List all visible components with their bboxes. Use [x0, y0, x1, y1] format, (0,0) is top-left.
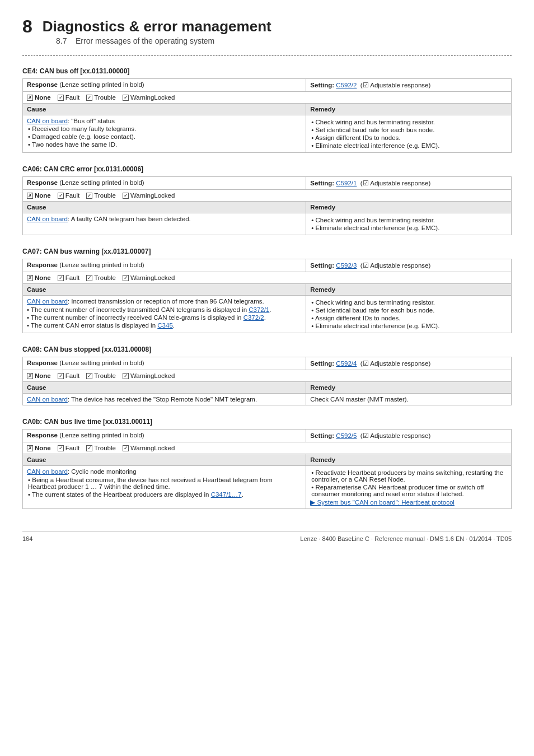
checkbox-fault-ca07: Fault	[58, 274, 80, 281]
cause-list-ce4: Received too many faulty telegrams. Dama…	[28, 125, 302, 148]
error-ca0b: CA0b: CAN bus live time [xx.0131.00011] …	[22, 418, 512, 509]
checkbox-wl-label: WarningLocked	[130, 94, 175, 101]
remedy-col-header-ca08: Remedy	[306, 382, 512, 394]
error-ca0b-title: CA0b: CAN bus live time [xx.0131.00011]	[22, 418, 512, 426]
setting-link-ca07[interactable]: C592/3	[336, 262, 357, 269]
cause-col-header-ca0b: Cause	[23, 454, 306, 466]
remedy-list-ca07: Check wiring and bus terminating resisto…	[311, 299, 507, 329]
c345-link[interactable]: C345	[157, 322, 173, 329]
cause-cell-ca08: CAN on board: The device has received th…	[23, 394, 306, 405]
error-ca07-table: Response (Lenze setting printed in bold)…	[22, 259, 512, 333]
can-on-board-link-ca07[interactable]: CAN on board	[27, 298, 68, 305]
table-row: Cause Remedy	[23, 454, 512, 466]
checkbox-trouble-ca07: Trouble	[86, 274, 116, 281]
setting-link-ca0b[interactable]: C592/5	[336, 432, 357, 439]
checkbox-trouble-box	[86, 95, 92, 101]
table-row: CAN on board: "Bus off" status Received …	[23, 115, 512, 153]
cause-list-ca0b: Being a Heartbeat consumer, the device h…	[28, 477, 302, 498]
checkbox-wl-label-ca08: WarningLocked	[130, 372, 175, 379]
system-bus-link[interactable]: System bus "CAN on board": Heartbeat pro…	[310, 499, 455, 506]
error-ce4-table: Response (Lenze setting printed in bold)…	[22, 78, 512, 153]
checkbox-fault: Fault	[58, 94, 80, 101]
checkbox-none-box-ca0b	[27, 445, 33, 451]
header: 8 Diagnostics & error management 8.7 Err…	[22, 17, 512, 45]
remedy-col-header: Remedy	[306, 104, 512, 115]
checkbox-fault-label-ca07: Fault	[65, 274, 80, 281]
cause-cell-ce4: CAN on board: "Bus off" status Received …	[23, 115, 306, 153]
checkbox-fault-box-ca08	[58, 373, 64, 379]
response-header-ca0b: Response (Lenze setting printed in bold)	[23, 430, 306, 442]
error-ca07-title: CA07: CAN bus warning [xx.0131.00007]	[22, 248, 512, 255]
checkbox-none-ca06: None	[27, 192, 51, 199]
error-ca06: CA06: CAN CRC error [xx.0131.00006] Resp…	[22, 165, 512, 235]
response-header-ca06: Response (Lenze setting printed in bold)	[23, 177, 306, 190]
checkbox-none-ca08: None	[27, 372, 51, 379]
cause-col-header-ca06: Cause	[23, 202, 306, 213]
checkbox-trouble-box-ca07	[86, 275, 92, 281]
table-row: CAN on board: Incorrect transmission or …	[23, 296, 512, 333]
checkbox-fault-box-ca07	[58, 275, 64, 281]
checkbox-trouble-label-ca07: Trouble	[94, 274, 116, 281]
checkbox-none-label: None	[35, 94, 51, 101]
cause-cell-ca06: CAN on board: A faulty CAN telegram has …	[23, 213, 306, 235]
checkbox-none-box-ca07	[27, 275, 33, 281]
can-on-board-link-ca0b[interactable]: CAN on board	[27, 468, 68, 475]
checkbox-fault-label-ca06: Fault	[65, 192, 80, 199]
checkbox-trouble-ca06: Trouble	[86, 192, 116, 199]
checkbox-none: None	[27, 94, 51, 101]
c372-2-link[interactable]: C372/2	[243, 314, 264, 321]
checkbox-none-label-ca08: None	[35, 372, 51, 379]
setting-header-ca0b: Setting: C592/5 (☑ Adjustable response)	[306, 430, 512, 442]
table-row: CAN on board: A faulty CAN telegram has …	[23, 213, 512, 235]
checkbox-wl-label-ca07: WarningLocked	[130, 274, 175, 281]
checkbox-none-box	[27, 95, 33, 101]
setting-header-ca08: Setting: C592/4 (☑ Adjustable response)	[306, 357, 512, 370]
checkboxes-row-ce4: None Fault Trouble WarningLocked	[23, 92, 512, 104]
error-ca08-title: CA08: CAN bus stopped [xx.0131.00008]	[22, 346, 512, 353]
table-row: Response (Lenze setting printed in bold)…	[23, 177, 512, 190]
checkbox-fault-ca08: Fault	[58, 372, 80, 379]
checkbox-trouble-ca0b: Trouble	[86, 445, 116, 451]
table-row: CAN on board: The device has received th…	[23, 394, 512, 405]
checkbox-wl-box-ca07	[123, 275, 129, 281]
remedy-list-ca0b: Reactivate Heartbeat producers by mains …	[311, 469, 507, 497]
can-on-board-link-ca06[interactable]: CAN on board	[27, 216, 68, 222]
c347-link[interactable]: C347/1…7	[211, 491, 242, 498]
table-row: Response (Lenze setting printed in bold)…	[23, 430, 512, 442]
checkbox-fault-box-ca06	[58, 193, 64, 199]
cause-col-header-ca07: Cause	[23, 284, 306, 296]
table-row: None Fault Trouble WarningLocked	[23, 272, 512, 284]
page-number: 164	[22, 535, 32, 542]
setting-link-ca06[interactable]: C592/1	[336, 180, 357, 186]
can-on-board-link-ca08[interactable]: CAN on board	[27, 396, 68, 403]
table-row: None Fault Trouble WarningLocked	[23, 370, 512, 382]
checkbox-trouble-box-ca08	[86, 373, 92, 379]
checkbox-trouble-box-ca06	[86, 193, 92, 199]
checkbox-wl-box-ca06	[123, 193, 129, 199]
table-row: None Fault Trouble WarningLocked	[23, 442, 512, 454]
setting-link-ca08[interactable]: C592/4	[336, 360, 357, 367]
remedy-list-ce4: Check wiring and bus terminating resisto…	[311, 119, 507, 149]
checkboxes-row-ca08: None Fault Trouble WarningLocked	[23, 370, 512, 382]
checkbox-wl-box	[123, 95, 129, 101]
checkbox-none-label-ca06: None	[35, 192, 51, 199]
can-on-board-link-ce4[interactable]: CAN on board	[27, 118, 68, 124]
cause-cell-ca0b: CAN on board: Cyclic node monitoring Bei…	[23, 466, 306, 509]
checkbox-wl-ca0b: WarningLocked	[123, 445, 175, 451]
error-ca06-title: CA06: CAN CRC error [xx.0131.00006]	[22, 165, 512, 173]
checkbox-warninglocked: WarningLocked	[123, 94, 175, 101]
checkbox-fault-ca06: Fault	[58, 192, 80, 199]
checkbox-wl-box-ca0b	[123, 445, 129, 451]
c372-1-link[interactable]: C372/1	[249, 306, 269, 313]
error-ca08-table: Response (Lenze setting printed in bold)…	[22, 357, 512, 405]
remedy-cell-ca0b: Reactivate Heartbeat producers by mains …	[306, 466, 512, 509]
error-ca07: CA07: CAN bus warning [xx.0131.00007] Re…	[22, 248, 512, 333]
error-ca06-table: Response (Lenze setting printed in bold)…	[22, 176, 512, 235]
footer-reference: Lenze · 8400 BaseLine C · Reference manu…	[300, 535, 512, 542]
setting-link-ce4[interactable]: C592/2	[336, 82, 357, 88]
error-ce4: CE4: CAN bus off [xx.0131.00000] Respons…	[22, 67, 512, 153]
setting-header: Setting: C592/2 (☑ Adjustable response)	[306, 79, 512, 92]
cause-col-header-ca08: Cause	[23, 382, 306, 394]
error-ce4-title: CE4: CAN bus off [xx.0131.00000]	[22, 67, 512, 75]
table-row: Cause Remedy	[23, 104, 512, 115]
